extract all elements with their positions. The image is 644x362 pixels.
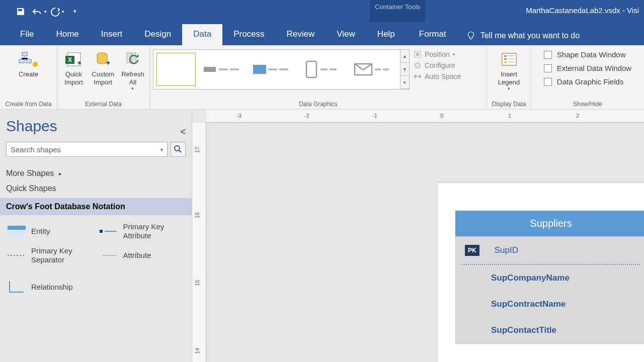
tab-home[interactable]: Home <box>45 24 90 45</box>
chk-external-data[interactable]: External Data Window <box>544 64 631 72</box>
tell-me-label: Tell me what you want to do <box>480 31 580 40</box>
canvas-area[interactable]: -3 -2 -1 0 1 2 17 16 15 14 Suppliers PK … <box>192 110 644 362</box>
legend-icon <box>498 49 520 69</box>
svg-rect-14 <box>268 68 277 70</box>
document-title: MarthaCastanedaLab2.vsdx - Visi <box>526 6 639 15</box>
configure-button[interactable]: Configure <box>414 61 461 69</box>
svg-rect-11 <box>219 68 228 70</box>
entity-header[interactable]: Suppliers <box>455 211 644 236</box>
svg-rect-31 <box>504 61 507 63</box>
data-graphics-gallery[interactable]: ▲▼▾ <box>153 49 410 89</box>
svg-rect-16 <box>306 61 316 77</box>
autospace-button[interactable]: Auto Space <box>414 72 461 80</box>
svg-rect-38 <box>100 230 103 233</box>
tab-review[interactable]: Review <box>276 24 326 45</box>
tab-format[interactable]: Format <box>408 24 457 45</box>
shape-pk-separator[interactable]: Primary Key Separator <box>6 244 94 266</box>
svg-rect-13 <box>253 65 266 74</box>
entity-suppliers[interactable]: Suppliers PK SupID SupCompanyName SupCon… <box>455 211 644 344</box>
vertical-ruler: 17 16 15 14 <box>192 123 206 362</box>
svg-point-25 <box>417 65 419 66</box>
tab-view[interactable]: View <box>326 24 366 45</box>
shape-search-input[interactable]: Search shapes▾ <box>6 142 168 157</box>
group-showhide-label: Show/Hide <box>534 100 641 108</box>
tab-process[interactable]: Process <box>222 24 275 45</box>
ribbon: Create Create from Data XQuick Import Cu… <box>0 45 644 110</box>
svg-rect-12 <box>230 68 239 70</box>
attr-row[interactable]: SupContractName <box>456 291 644 317</box>
svg-rect-0 <box>22 52 27 56</box>
refresh-icon <box>122 49 144 69</box>
create-label: Create <box>19 70 38 78</box>
layout-options: Position ▾ Configure Auto Space <box>411 48 464 82</box>
horizontal-ruler: -3 -2 -1 0 1 2 <box>206 110 644 123</box>
shape-entity[interactable]: Entity <box>6 220 94 242</box>
svg-rect-27 <box>419 75 421 78</box>
tab-help[interactable]: Help <box>366 24 406 45</box>
svg-text:X: X <box>68 56 72 63</box>
svg-rect-10 <box>204 67 216 72</box>
gallery-bar[interactable] <box>196 54 246 85</box>
gallery-scroll[interactable]: ▲▼▾ <box>400 50 409 89</box>
attr-row[interactable]: SupContactTitle <box>456 317 644 343</box>
refresh-all-button[interactable]: Refresh All▾ <box>118 48 147 93</box>
undo-icon[interactable]: ▾ <box>31 4 47 20</box>
shape-search-button[interactable] <box>171 142 186 157</box>
title-bar: ▾ ▾ ▾ Container Tools MarthaCastanedaLab… <box>0 0 644 23</box>
quick-shapes-link[interactable]: Quick Shapes <box>6 181 186 196</box>
gallery-phone[interactable] <box>296 54 347 85</box>
contextual-tool-label: Container Tools <box>370 0 425 22</box>
shapes-pane: Shapes < Search shapes▾ More Shapes▸ Qui… <box>0 110 192 362</box>
tell-me-search[interactable]: Tell me what you want to do <box>457 26 589 45</box>
collapse-pane-icon[interactable]: < <box>180 127 186 137</box>
tab-insert[interactable]: Insert <box>90 24 134 45</box>
quick-access-toolbar: ▾ ▾ ▾ <box>0 4 83 20</box>
stencil-selected[interactable]: Crow's Foot Database Notation <box>0 198 192 215</box>
pk-badge: PK <box>465 245 479 256</box>
svg-rect-37 <box>8 230 26 237</box>
insert-legend-button[interactable]: Insert Legend▾ <box>495 48 523 93</box>
svg-rect-23 <box>416 53 419 56</box>
save-icon[interactable] <box>13 4 29 20</box>
attr-row-pk[interactable]: PK SupID <box>456 237 644 264</box>
svg-rect-29 <box>504 55 507 57</box>
ribbon-tabs: File Home Insert Design Data Process Rev… <box>0 23 644 45</box>
qat-customize-icon[interactable]: ▾ <box>67 4 83 20</box>
more-shapes-link[interactable]: More Shapes▸ <box>6 166 186 181</box>
lightbulb-icon <box>466 31 475 40</box>
chk-graphic-fields[interactable]: Data Graphic Fields <box>544 77 631 86</box>
svg-rect-34 <box>508 61 514 62</box>
svg-rect-21 <box>383 68 389 70</box>
shape-relationship[interactable]: Relationship <box>6 279 94 296</box>
svg-point-35 <box>175 146 180 151</box>
redo-icon[interactable]: ▾ <box>49 4 65 20</box>
group-display-label: Display Data <box>490 100 528 108</box>
chk-shape-data[interactable]: Shape Data Window <box>544 50 631 59</box>
svg-rect-20 <box>375 68 381 70</box>
custom-import-button[interactable]: Custom Import <box>89 48 117 87</box>
svg-rect-33 <box>508 58 514 59</box>
svg-rect-18 <box>330 68 337 70</box>
tab-data[interactable]: Data <box>182 24 222 45</box>
svg-rect-26 <box>414 75 417 78</box>
gallery-mail[interactable] <box>347 54 397 85</box>
gallery-card[interactable] <box>246 54 296 85</box>
group-graphics-label: Data Graphics <box>153 100 484 108</box>
svg-rect-15 <box>279 68 288 70</box>
shape-pk-attribute[interactable]: Primary Key Attribute <box>98 220 186 242</box>
tab-file[interactable]: File <box>9 24 45 45</box>
database-icon <box>92 49 114 69</box>
group-create-label: Create from Data <box>3 100 54 108</box>
quick-import-button[interactable]: XQuick Import <box>59 48 88 87</box>
svg-rect-2 <box>26 59 31 63</box>
attr-row[interactable]: SupCompanyName <box>456 265 644 291</box>
svg-rect-9 <box>132 53 136 63</box>
position-button[interactable]: Position ▾ <box>414 50 461 58</box>
create-button[interactable]: Create <box>15 48 43 79</box>
svg-rect-32 <box>508 55 514 56</box>
svg-rect-1 <box>19 59 24 63</box>
gallery-none[interactable] <box>156 53 196 86</box>
excel-icon: X <box>62 49 85 69</box>
shape-attribute[interactable]: Attribute <box>98 244 186 266</box>
tab-design[interactable]: Design <box>133 24 182 45</box>
